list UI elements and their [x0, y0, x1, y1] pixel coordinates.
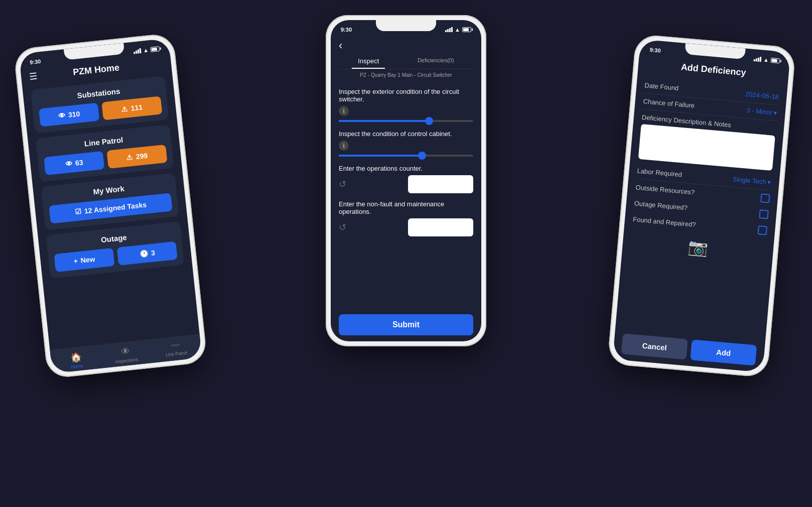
wifi-3: ▲: [763, 57, 769, 63]
plus-icon: +: [73, 257, 78, 265]
signal-1: [133, 48, 142, 54]
outage-new-btn[interactable]: + New: [54, 248, 114, 272]
status-icons-3: ▲: [754, 56, 780, 64]
tab-inspect[interactable]: Inspect: [352, 54, 385, 69]
time-1: 9:30: [30, 58, 41, 65]
section-substations: Substations 👁 310 ⚠ 111: [31, 76, 169, 134]
nav-inspections[interactable]: 👁 Inspections: [100, 344, 152, 366]
inspect-input-row-1: ↺: [339, 175, 473, 193]
outage-required-label: Outage Required?: [634, 199, 688, 211]
outage-count-btn[interactable]: 🕐 3: [117, 241, 178, 266]
notch-2: [376, 20, 436, 31]
found-repaired-label: Found and Repaired?: [633, 215, 697, 228]
slider-thumb-1[interactable]: [425, 117, 433, 125]
location-text: PZ - Quarry Bay 1 Main - Circuit Switche…: [339, 72, 473, 78]
eye-icon-1: 👁: [58, 111, 66, 119]
signal-2: [445, 27, 453, 32]
cancel-button[interactable]: Cancel: [621, 333, 688, 359]
substations-view-btn[interactable]: 👁 310: [39, 103, 99, 127]
add-button[interactable]: Add: [690, 339, 757, 365]
date-found-label: Date Found: [644, 81, 679, 92]
labor-value: Single Tech: [732, 175, 766, 186]
nav-linepatrol[interactable]: 〰 Line Patrol: [150, 339, 202, 361]
wifi-2: ▲: [455, 27, 460, 33]
inspect-q2: Inspect the condition of control cabinet…: [339, 130, 473, 138]
inspect-item-3: Enter the operations counter. ↺: [339, 165, 473, 193]
info-icon-1[interactable]: ℹ: [339, 106, 349, 116]
chance-failure-label: Chance of Failure: [643, 97, 695, 109]
nav-home[interactable]: 🏠 Home: [50, 349, 102, 371]
history-icon-2[interactable]: ↺: [339, 222, 346, 233]
back-button[interactable]: ‹: [339, 39, 342, 52]
inspect-q4: Enter the non-fault and maintenance oper…: [339, 200, 473, 215]
dropdown-chevron-1: ▾: [773, 109, 777, 117]
chance-failure-dropdown[interactable]: 3 - Minor ▾: [746, 106, 777, 116]
inspections-nav-icon: 👁: [121, 346, 131, 358]
camera-container: 📷: [687, 237, 709, 258]
battery-3: [770, 58, 780, 64]
home-content: Substations 👁 310 ⚠ 111 Line Pa: [22, 71, 199, 350]
slider-fill-2: [339, 155, 426, 157]
linepatrol-alert-btn[interactable]: ⚠ 299: [106, 145, 167, 169]
home-nav-icon: 🏠: [70, 351, 82, 363]
hamburger-icon[interactable]: ☰: [29, 71, 38, 83]
inspect-item-2: Inspect the condition of control cabinet…: [339, 130, 473, 158]
bar2: [136, 51, 138, 54]
outside-resources-checkbox[interactable]: [760, 193, 770, 203]
inspect-q1: Inspect the exterior condition of the ci…: [339, 88, 473, 103]
substations-alert-count: 111: [130, 103, 143, 112]
inspect-tabs: Inspect Deficiencies(0): [339, 54, 473, 69]
outage-count: 3: [151, 248, 155, 257]
inspect-input-row-2: ↺: [339, 218, 473, 236]
inspect-item-1: Inspect the exterior condition of the ci…: [339, 88, 473, 123]
found-repaired-checkbox[interactable]: [757, 225, 767, 235]
history-icon-1[interactable]: ↺: [339, 179, 346, 190]
time-3: 9:30: [649, 47, 661, 54]
warning-icon-2: ⚠: [126, 153, 133, 162]
nav-linepatrol-label: Line Patrol: [166, 350, 188, 357]
warning-icon-1: ⚠: [121, 104, 128, 113]
nonfault-operations-input[interactable]: [408, 218, 473, 236]
outage-required-checkbox[interactable]: [759, 209, 769, 219]
labor-required-dropdown[interactable]: Single Tech ▾: [732, 175, 771, 186]
check-icon: ☑: [74, 207, 82, 216]
inspect-header: ‹ Inspect Deficiencies(0) PZ - Quarry Ba…: [331, 35, 481, 83]
phone-home: 9:30 ▲ ☰ PZM Home: [13, 33, 207, 379]
battery-2: [462, 27, 471, 32]
labor-required-label: Labor Required: [637, 167, 683, 179]
time-2: 9:30: [341, 27, 352, 33]
slider-track-1[interactable]: [339, 120, 473, 122]
info-icon-2[interactable]: ℹ: [339, 141, 349, 151]
phone-inspect: 9:30 ▲ ‹ Inspect Deficiencies(0): [326, 15, 486, 346]
phone-home-inner: 9:30 ▲ ☰ PZM Home: [19, 38, 202, 373]
operations-counter-input[interactable]: [408, 175, 473, 193]
dropdown-chevron-2: ▾: [767, 178, 771, 186]
slider-thumb-2[interactable]: [418, 152, 426, 160]
substations-alert-btn[interactable]: ⚠ 111: [101, 96, 162, 120]
status-icons-1: ▲: [133, 46, 160, 54]
status-icons-2: ▲: [445, 27, 471, 33]
date-found-value: 2024-06-18: [745, 90, 779, 101]
eye-icon-2: 👁: [65, 160, 73, 168]
inspect-q3: Enter the operations counter.: [339, 165, 473, 172]
slider-fill-1: [339, 120, 433, 122]
slider-2: [339, 154, 473, 158]
mywork-tasks-label: 12 Assigned Tasks: [84, 201, 147, 215]
section-mywork: My Work ☑ 12 Assigned Tasks: [41, 173, 179, 230]
camera-icon[interactable]: 📷: [687, 237, 709, 258]
scene: 9:30 ▲ ☰ PZM Home: [0, 0, 812, 507]
outage-new-label: New: [80, 255, 95, 265]
submit-button[interactable]: Submit: [339, 314, 473, 335]
wifi-1: ▲: [143, 47, 149, 53]
nav-home-label: Home: [71, 363, 83, 369]
linepatrol-view-btn[interactable]: 👁 63: [44, 151, 104, 175]
inspect-item-4: Enter the non-fault and maintenance oper…: [339, 200, 473, 236]
slider-track-2[interactable]: [339, 155, 473, 157]
tab-deficiencies[interactable]: Deficiencies(0): [412, 54, 460, 69]
nav-inspections-label: Inspections: [115, 357, 138, 364]
linepatrol-nav-icon: 〰: [171, 341, 180, 351]
battery-1: [150, 46, 160, 52]
substations-view-count: 310: [68, 109, 80, 118]
home-title: PZM Home: [72, 62, 120, 78]
linepatrol-alert-count: 299: [136, 152, 148, 161]
